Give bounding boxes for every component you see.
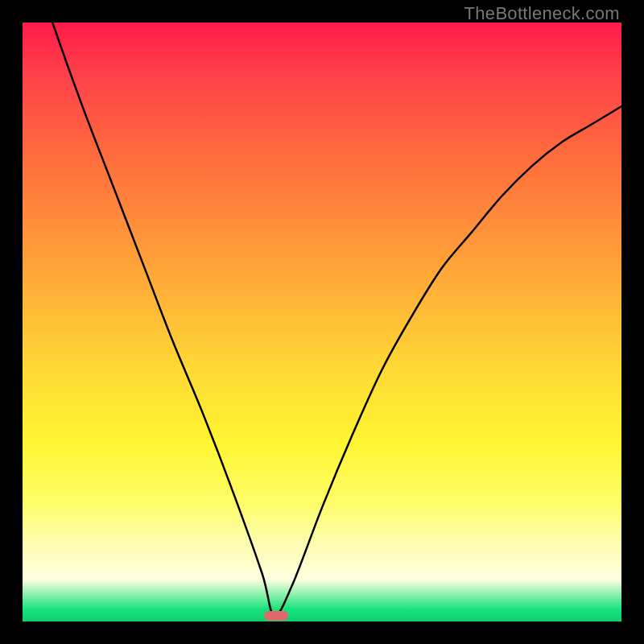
bottleneck-curve (23, 23, 621, 621)
optimal-marker (264, 611, 288, 621)
curve-line (23, 23, 621, 616)
attribution-text: TheBottleneck.com (464, 3, 620, 24)
chart-frame: TheBottleneck.com (0, 0, 644, 644)
plot-area (23, 23, 621, 621)
